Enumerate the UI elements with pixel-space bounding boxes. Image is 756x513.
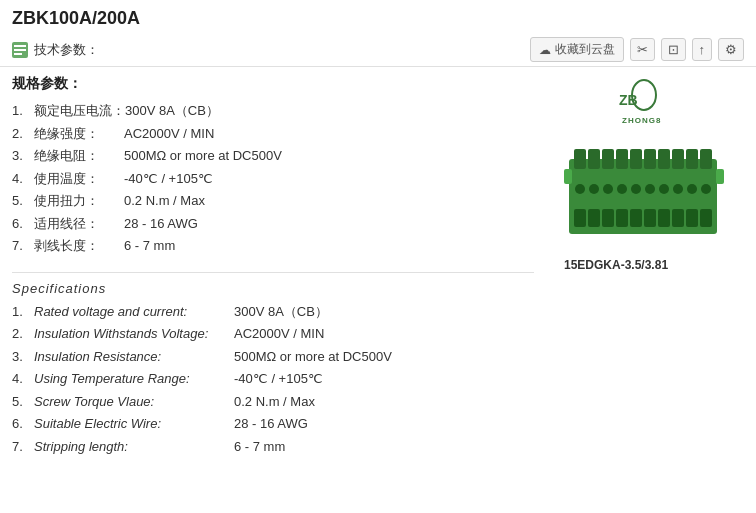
list-item: 7. 剥线长度： 6 - 7 mm [12, 236, 534, 256]
spec-key: 绝缘电阻： [34, 146, 124, 166]
svg-point-17 [589, 184, 599, 194]
spec-val: 6 - 7 mm [234, 437, 285, 457]
spec-val: -40℃ / +105℃ [124, 169, 213, 189]
list-item: 4. Using Temperature Range: -40℃ / +105℃ [12, 369, 534, 389]
svg-rect-14 [686, 149, 698, 169]
share-button[interactable]: ↑ [692, 38, 713, 61]
svg-point-22 [659, 184, 669, 194]
svg-point-23 [673, 184, 683, 194]
spec-val: 0.2 N.m / Max [234, 392, 315, 412]
svg-point-20 [631, 184, 641, 194]
spec-key: 额定电压电流： [34, 101, 125, 121]
list-item: 4. 使用温度： -40℃ / +105℃ [12, 169, 534, 189]
spec-key: Using Temperature Range: [34, 369, 234, 389]
svg-rect-35 [700, 209, 712, 227]
save-to-cloud-button[interactable]: ☁ 收藏到云盘 [530, 37, 624, 62]
svg-rect-0 [14, 45, 26, 47]
spec-val: 500MΩ or more at DC500V [124, 146, 282, 166]
spec-key: Suitable Electric Wire: [34, 414, 234, 434]
svg-rect-32 [658, 209, 670, 227]
spec-num: 5. [12, 392, 34, 412]
list-item: 6. 适用线径： 28 - 16 AWG [12, 214, 534, 234]
list-item: 6. Suitable Electric Wire: 28 - 16 AWG [12, 414, 534, 434]
spec-val: 0.2 N.m / Max [124, 191, 205, 211]
toolbar: 技术参数： ☁ 收藏到云盘 ✂ ⊡ ↑ ⚙ [0, 33, 756, 67]
svg-point-21 [645, 184, 655, 194]
svg-point-18 [603, 184, 613, 194]
svg-rect-8 [602, 149, 614, 169]
settings-button[interactable]: ⚙ [718, 38, 744, 61]
toolbar-actions: ☁ 收藏到云盘 ✂ ⊡ ↑ ⚙ [530, 37, 745, 62]
list-item: 2. 绝缘强度： AC2000V / MIN [12, 124, 534, 144]
svg-rect-29 [616, 209, 628, 227]
svg-rect-30 [630, 209, 642, 227]
product-image-container: 15EDGKA-3.5/3.81 [564, 139, 724, 272]
list-item: 5. 使用扭力： 0.2 N.m / Max [12, 191, 534, 211]
section-label: 技术参数： [12, 41, 99, 59]
svg-rect-31 [644, 209, 656, 227]
spec-key: Insulation Withstands Voltage: [34, 324, 234, 344]
section-label-text: 技术参数： [34, 41, 99, 59]
spec-num: 4. [12, 369, 34, 389]
spec-key: Insulation Resistance: [34, 347, 234, 367]
spec-val: 28 - 16 AWG [234, 414, 308, 434]
list-item: 7. Stripping length: 6 - 7 mm [12, 437, 534, 457]
spec-val: AC2000V / MIN [234, 324, 324, 344]
brand-logo: ZB ZHONG8 [614, 75, 674, 130]
spec-num: 1. [12, 302, 34, 322]
list-item: 1. 额定电压电流： 300V 8A（CB） [12, 101, 534, 121]
main-content: 规格参数： 1. 额定电压电流： 300V 8A（CB） 2. 绝缘强度： AC… [0, 67, 756, 480]
english-specs-heading: Specifications [12, 281, 534, 296]
svg-rect-34 [686, 209, 698, 227]
right-panel: ZB ZHONG8 [544, 75, 744, 472]
svg-rect-15 [700, 149, 712, 169]
svg-point-19 [617, 184, 627, 194]
svg-rect-12 [658, 149, 670, 169]
product-image [564, 139, 724, 249]
chinese-specs-heading: 规格参数： [12, 75, 534, 93]
cut-button[interactable]: ✂ [630, 38, 655, 61]
spec-num: 2. [12, 124, 34, 144]
list-item: 3. Insulation Resistance: 500MΩ or more … [12, 347, 534, 367]
svg-rect-36 [564, 169, 572, 184]
spec-num: 1. [12, 101, 34, 121]
spec-num: 5. [12, 191, 34, 211]
svg-point-25 [701, 184, 711, 194]
spec-num: 3. [12, 347, 34, 367]
spec-num: 2. [12, 324, 34, 344]
list-item: 2. Insulation Withstands Voltage: AC2000… [12, 324, 534, 344]
spec-val: -40℃ / +105℃ [234, 369, 323, 389]
cloud-icon: ☁ [539, 43, 551, 57]
spec-num: 7. [12, 236, 34, 256]
svg-rect-26 [574, 209, 586, 227]
product-label: 15EDGKA-3.5/3.81 [564, 258, 724, 272]
left-panel: 规格参数： 1. 额定电压电流： 300V 8A（CB） 2. 绝缘强度： AC… [12, 75, 544, 472]
spec-num: 6. [12, 214, 34, 234]
svg-rect-27 [588, 209, 600, 227]
copy-button[interactable]: ⊡ [661, 38, 686, 61]
page-title: ZBK100A/200A [0, 0, 756, 33]
spec-key: 适用线径： [34, 214, 124, 234]
svg-text:ZHONG8: ZHONG8 [622, 116, 661, 125]
chinese-spec-list: 1. 额定电压电流： 300V 8A（CB） 2. 绝缘强度： AC2000V … [12, 101, 534, 256]
divider [12, 272, 534, 273]
brand-area: ZB ZHONG8 [614, 75, 674, 133]
spec-key: 剥线长度： [34, 236, 124, 256]
spec-val: 300V 8A（CB） [125, 101, 219, 121]
spec-val: 300V 8A（CB） [234, 302, 328, 322]
spec-val: 6 - 7 mm [124, 236, 175, 256]
spec-key: 绝缘强度： [34, 124, 124, 144]
svg-rect-2 [14, 53, 22, 55]
save-btn-label: 收藏到云盘 [555, 41, 615, 58]
spec-num: 6. [12, 414, 34, 434]
svg-rect-11 [644, 149, 656, 169]
spec-key: Screw Torque Vlaue: [34, 392, 234, 412]
spec-num: 3. [12, 146, 34, 166]
svg-rect-13 [672, 149, 684, 169]
section-icon [12, 42, 28, 58]
svg-point-16 [575, 184, 585, 194]
spec-num: 4. [12, 169, 34, 189]
spec-val: 28 - 16 AWG [124, 214, 198, 234]
spec-val: 500MΩ or more at DC500V [234, 347, 392, 367]
list-item: 1. Rated voltage and current: 300V 8A（CB… [12, 302, 534, 322]
